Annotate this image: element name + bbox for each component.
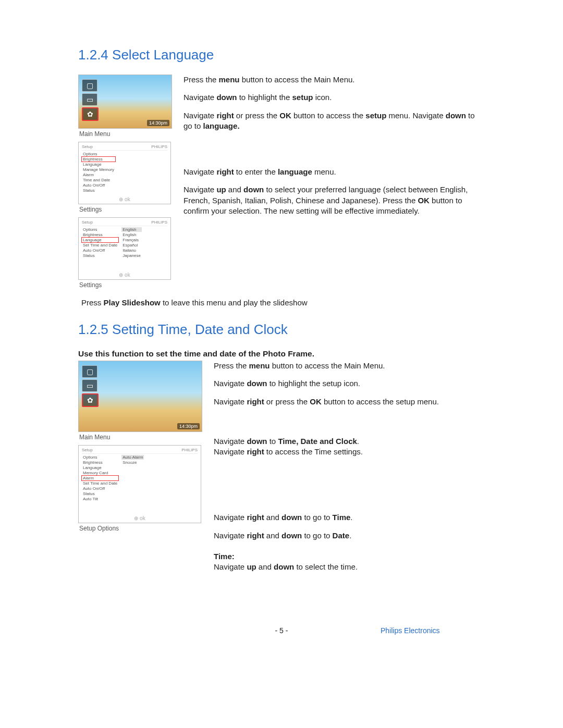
row-124-1: ▢ ▭ ✿ 14:30pm Main Menu SetupPHILIPS Opt… — [78, 75, 485, 293]
slideshow-icon: ▭ — [82, 379, 97, 392]
opt: Set Time and Date — [82, 243, 118, 248]
opt: Auto On/Off — [82, 183, 115, 188]
para-125-1: Press the menu button to access the Main… — [214, 361, 485, 371]
opt: Options — [82, 227, 118, 232]
opt: Japanese — [121, 253, 142, 258]
opt: Language — [82, 162, 115, 167]
para-124-3: Navigate right or press the OK button to… — [183, 110, 485, 132]
opt: Italiano — [121, 248, 142, 253]
caption-main-menu-1: Main Menu — [79, 130, 172, 138]
footer-brand: Philips Electronics — [381, 626, 474, 635]
opt: Alarm — [82, 172, 115, 177]
opt: Auto On/Off — [82, 486, 118, 491]
opt: English — [121, 227, 142, 232]
thumb-settings-3: SetupPHILIPS Options Brightness Language… — [78, 445, 201, 523]
opt: Memory Card — [82, 471, 118, 475]
opt: Snooze — [121, 460, 144, 465]
opt: Status — [82, 253, 118, 258]
para-125-4: Navigate down to Time, Date and Clock.Na… — [214, 436, 485, 458]
opt: Status — [82, 491, 118, 496]
opt: Auto Tilt — [82, 497, 118, 501]
settings-header: Setup — [82, 448, 93, 452]
para-125-time: Time:Navigate up and down to select the … — [214, 551, 485, 573]
settings-icon: ✿ — [82, 393, 99, 407]
heading-124: 1.2.4 Select Language — [78, 47, 485, 63]
brand-label: PHILIPS — [151, 220, 167, 225]
nav-knob-icon: ⊕ ok — [134, 515, 145, 521]
para-124-4: Navigate right to enter the language men… — [183, 167, 485, 177]
opt: Français — [121, 238, 142, 242]
opt: Options — [82, 152, 115, 156]
page-footer: - 5 - Philips Electronics — [78, 626, 485, 666]
caption-setup-options: Setup Options — [79, 525, 202, 532]
para-125-7: Navigate right and down to go to Date. — [214, 530, 485, 541]
slideshow-icon: ▭ — [82, 93, 97, 106]
thumb-settings-2: SetupPHILIPS Options Brightness Language… — [78, 217, 171, 280]
para-125-6: Navigate right and down to go to Time. — [214, 512, 485, 523]
opt: Options — [82, 455, 118, 460]
brand-label: PHILIPS — [151, 144, 167, 149]
opt: Time and Date — [82, 178, 115, 182]
para-124-2: Navigate down to highlight the setup ico… — [183, 92, 485, 103]
document-page: 1.2.4 Select Language ▢ ▭ ✿ 14:30pm Main… — [78, 47, 485, 666]
intro-125: Use this function to set the time and da… — [78, 349, 485, 359]
page-number: - 5 - — [275, 626, 288, 635]
opt: Brightness — [82, 232, 118, 237]
settings-header: Setup — [82, 220, 93, 225]
opt: Language — [82, 465, 118, 470]
photos-icon: ▢ — [82, 365, 97, 378]
caption-settings-1: Settings — [79, 206, 172, 213]
settings-header: Setup — [82, 144, 93, 149]
opt: Alarm — [82, 476, 118, 480]
opt: Language — [82, 238, 118, 242]
para-125-2: Navigate down to highlight the setup ico… — [214, 378, 485, 389]
text-column-125: Press the menu button to access the Main… — [214, 361, 485, 579]
text-column-124: Press the menu button to access the Main… — [183, 75, 485, 224]
nav-knob-icon: ⊕ ok — [119, 196, 130, 202]
opt: Status — [82, 188, 115, 193]
slideshow-note: Press Play Slideshow to leave this menu … — [81, 298, 485, 307]
settings-icon: ✿ — [82, 107, 99, 121]
opt: Auto On/Off — [82, 248, 118, 253]
opt: Manage Memory — [82, 167, 115, 172]
para-124-5: Navigate up and down to select your pref… — [183, 184, 485, 216]
thumb-main-menu-2: ▢ ▭ ✿ 14:30pm — [78, 361, 202, 432]
opt: Set Time and Date — [82, 481, 118, 486]
caption-settings-2: Settings — [79, 281, 172, 289]
thumb-main-menu-1: ▢ ▭ ✿ 14:30pm — [78, 75, 172, 129]
opt: Auto Alarm — [121, 455, 144, 460]
heading-125: 1.2.5 Setting Time, Date and Clock — [78, 322, 485, 338]
photos-icon: ▢ — [82, 79, 97, 92]
brand-label: PHILIPS — [181, 448, 198, 452]
clock-badge: 14:30pm — [147, 120, 169, 126]
para-124-1: Press the menu button to access the Main… — [183, 75, 485, 85]
clock-badge: 14:30pm — [177, 423, 200, 429]
opt: English — [121, 232, 142, 237]
opt: Brightness — [82, 157, 115, 162]
nav-knob-icon: ⊕ ok — [119, 272, 130, 278]
opt: Brightness — [82, 460, 118, 465]
opt: Español — [121, 243, 142, 248]
thumb-settings-1: SetupPHILIPS Options Brightness Language… — [78, 142, 171, 204]
row-125-1: ▢ ▭ ✿ 14:30pm Main Menu SetupPHILIPS Opt… — [78, 361, 485, 579]
para-125-3: Navigate right or press the OK button to… — [214, 397, 485, 407]
caption-main-menu-2: Main Menu — [79, 434, 202, 441]
